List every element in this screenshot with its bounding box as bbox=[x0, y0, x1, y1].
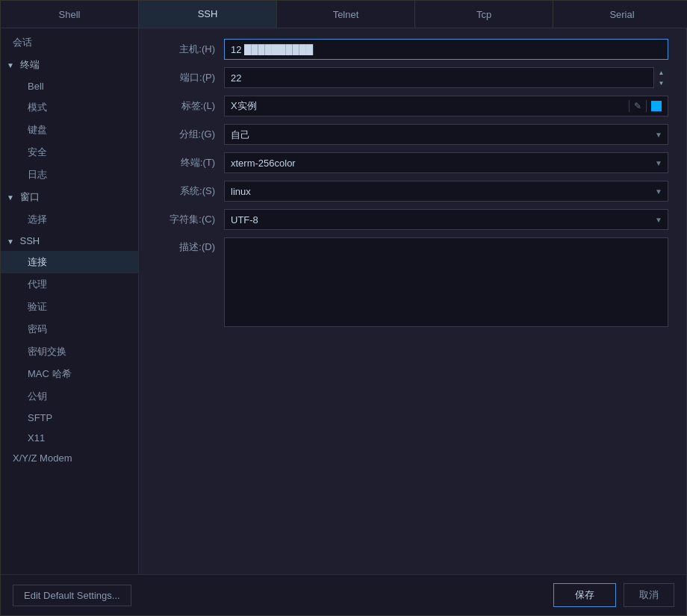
sidebar-item-pubkey[interactable]: 公钥 bbox=[1, 385, 138, 408]
port-label: 端口:(P) bbox=[157, 71, 224, 84]
sidebar: 会话 ▼ 终端 Bell 模式 键盘 安全 日志 ▼ 窗口 bbox=[1, 28, 139, 574]
host-input[interactable] bbox=[224, 39, 668, 60]
group-label: 分组:(G) bbox=[157, 128, 224, 141]
log-label: 日志 bbox=[28, 169, 47, 180]
sidebar-item-proxy[interactable]: 代理 bbox=[1, 273, 138, 296]
edit-default-label: Edit Default Settings... bbox=[24, 590, 120, 601]
content-panel: 主机:(H) 端口:(P) ▲ ▼ 标签:(L) bbox=[139, 28, 686, 574]
terminal-label: 终端 bbox=[20, 59, 40, 70]
tab-ssh[interactable]: SSH bbox=[139, 1, 277, 28]
tab-shell[interactable]: Shell bbox=[1, 1, 139, 28]
session-label: 会话 bbox=[13, 37, 32, 48]
tab-ssh-label: SSH bbox=[198, 8, 218, 19]
ssh-label: SSH bbox=[20, 235, 40, 246]
sidebar-item-selection[interactable]: 选择 bbox=[1, 208, 138, 231]
sidebar-item-security[interactable]: 安全 bbox=[1, 141, 138, 164]
host-row: 主机:(H) bbox=[157, 39, 668, 60]
ssh-arrow: ▼ bbox=[7, 237, 14, 246]
terminal-row: 终端:(T) xterm-256color xterm vt100 ▼ bbox=[157, 152, 668, 173]
pubkey-label: 公钥 bbox=[28, 391, 47, 402]
proxy-label: 代理 bbox=[28, 279, 47, 290]
sidebar-item-connect[interactable]: 连接 bbox=[1, 251, 138, 273]
sidebar-item-x11[interactable]: X11 bbox=[1, 428, 138, 448]
tag-divider2 bbox=[646, 100, 647, 112]
desc-row: 描述:(D) bbox=[157, 237, 668, 327]
tag-divider bbox=[629, 100, 630, 112]
charset-select[interactable]: UTF-8 GBK GB2312 ISO-8859-1 bbox=[224, 209, 668, 230]
mode-label: 模式 bbox=[28, 102, 47, 113]
terminal-arrow: ▼ bbox=[7, 61, 14, 69]
cancel-label: 取消 bbox=[639, 589, 659, 600]
tab-bar: Shell SSH Telnet Tcp Serial bbox=[1, 1, 686, 28]
window-arrow: ▼ bbox=[7, 193, 14, 202]
xyzmodem-label: X/Y/Z Modem bbox=[13, 452, 72, 464]
keyboard-label: 键盘 bbox=[28, 124, 47, 135]
sidebar-item-window[interactable]: ▼ 窗口 bbox=[1, 186, 138, 208]
bottom-bar: Edit Default Settings... 保存 取消 bbox=[1, 574, 686, 615]
tag-label: 标签:(L) bbox=[157, 99, 224, 113]
mac-label: MAC 哈希 bbox=[28, 368, 72, 379]
charset-select-wrapper: UTF-8 GBK GB2312 ISO-8859-1 ▼ bbox=[224, 209, 668, 230]
sidebar-item-auth[interactable]: 验证 bbox=[1, 296, 138, 318]
kex-label: 密钥交换 bbox=[28, 346, 66, 357]
connect-label: 连接 bbox=[28, 256, 47, 267]
desc-textarea[interactable] bbox=[224, 237, 668, 327]
port-up-button[interactable]: ▲ bbox=[654, 67, 668, 78]
group-row: 分组:(G) 自己 默认 ▼ bbox=[157, 124, 668, 145]
sidebar-item-xyzmodem[interactable]: X/Y/Z Modem bbox=[1, 448, 138, 468]
save-label: 保存 bbox=[575, 589, 594, 600]
desc-label: 描述:(D) bbox=[157, 237, 224, 254]
group-select-wrapper: 自己 默认 ▼ bbox=[224, 124, 668, 145]
bell-label: Bell bbox=[28, 81, 44, 92]
port-input[interactable] bbox=[224, 67, 668, 88]
tag-edit-icon[interactable]: ✎ bbox=[634, 101, 641, 111]
main-content: 会话 ▼ 终端 Bell 模式 键盘 安全 日志 ▼ 窗口 bbox=[1, 28, 686, 574]
selection-label: 选择 bbox=[28, 214, 47, 225]
edit-default-button[interactable]: Edit Default Settings... bbox=[13, 585, 131, 606]
tag-icons: ✎ bbox=[629, 100, 668, 112]
charset-label: 字符集:(C) bbox=[157, 213, 224, 226]
tab-serial[interactable]: Serial bbox=[553, 1, 687, 28]
host-label: 主机:(H) bbox=[157, 43, 224, 56]
password-label: 密码 bbox=[28, 323, 47, 335]
sidebar-item-keyboard[interactable]: 键盘 bbox=[1, 119, 138, 141]
tag-row: 标签:(L) ✎ bbox=[157, 96, 668, 116]
terminal-type-label: 终端:(T) bbox=[157, 156, 224, 169]
system-row: 系统:(S) linux windows macos ▼ bbox=[157, 181, 668, 202]
tag-input[interactable] bbox=[225, 96, 629, 116]
tag-color-block[interactable] bbox=[651, 101, 662, 111]
port-down-button[interactable]: ▼ bbox=[654, 78, 668, 88]
sidebar-item-ssh[interactable]: ▼ SSH bbox=[1, 231, 138, 251]
tab-serial-label: Serial bbox=[609, 9, 634, 20]
sidebar-item-mode[interactable]: 模式 bbox=[1, 96, 138, 119]
charset-row: 字符集:(C) UTF-8 GBK GB2312 ISO-8859-1 ▼ bbox=[157, 209, 668, 230]
tab-shell-label: Shell bbox=[59, 9, 81, 20]
sidebar-item-bell[interactable]: Bell bbox=[1, 76, 138, 96]
terminal-select-wrapper: xterm-256color xterm vt100 ▼ bbox=[224, 152, 668, 173]
sidebar-item-kex[interactable]: 密钥交换 bbox=[1, 340, 138, 363]
port-row: 端口:(P) ▲ ▼ bbox=[157, 67, 668, 88]
sidebar-item-terminal[interactable]: ▼ 终端 bbox=[1, 54, 138, 76]
security-label: 安全 bbox=[28, 146, 47, 158]
sftp-label: SFTP bbox=[28, 412, 52, 423]
system-select[interactable]: linux windows macos bbox=[224, 181, 668, 202]
terminal-select[interactable]: xterm-256color xterm vt100 bbox=[224, 152, 668, 173]
action-buttons: 保存 取消 bbox=[553, 583, 674, 607]
tab-telnet-label: Telnet bbox=[333, 9, 359, 20]
sidebar-item-password[interactable]: 密码 bbox=[1, 318, 138, 340]
tag-field-wrapper: ✎ bbox=[224, 96, 668, 116]
group-select[interactable]: 自己 默认 bbox=[224, 124, 668, 145]
sidebar-item-session[interactable]: 会话 bbox=[1, 31, 138, 54]
sidebar-item-mac[interactable]: MAC 哈希 bbox=[1, 363, 138, 385]
window-label: 窗口 bbox=[20, 191, 40, 202]
sidebar-item-sftp[interactable]: SFTP bbox=[1, 408, 138, 428]
port-spinners: ▲ ▼ bbox=[653, 67, 668, 88]
auth-label: 验证 bbox=[28, 301, 47, 312]
save-button[interactable]: 保存 bbox=[553, 583, 616, 607]
sidebar-item-log[interactable]: 日志 bbox=[1, 164, 138, 186]
tab-tcp[interactable]: Tcp bbox=[415, 1, 553, 28]
port-wrapper: ▲ ▼ bbox=[224, 67, 668, 88]
tab-telnet[interactable]: Telnet bbox=[277, 1, 415, 28]
x11-label: X11 bbox=[28, 432, 45, 444]
cancel-button[interactable]: 取消 bbox=[624, 583, 674, 607]
